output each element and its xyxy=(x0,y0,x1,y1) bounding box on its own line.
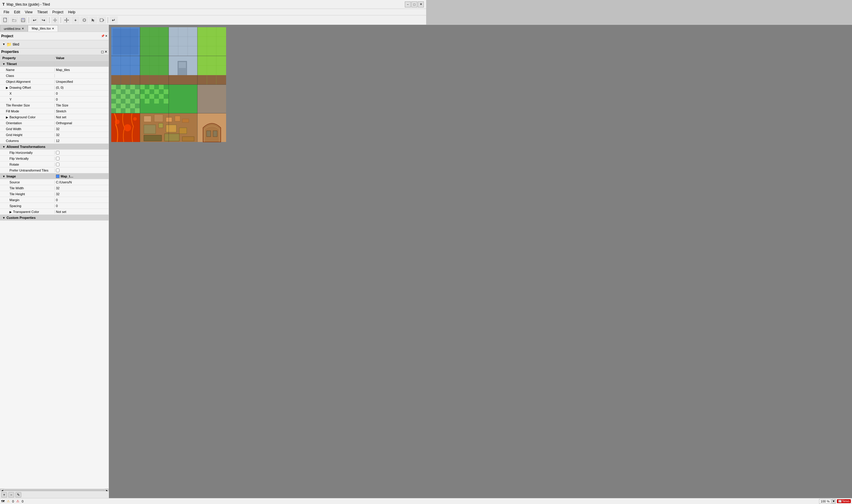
section-tileset[interactable]: ▼Tileset xyxy=(0,61,109,67)
tile-stone1[interactable] xyxy=(169,27,197,56)
tab-untitled[interactable]: untitled.tmx ✕ xyxy=(0,25,28,32)
image-arrow: ▼ xyxy=(2,175,5,178)
svg-rect-70 xyxy=(149,94,154,99)
prop-cols-key: Columns xyxy=(0,139,55,143)
folder-name[interactable]: tiled xyxy=(13,42,19,47)
world-button[interactable]: ↵ xyxy=(109,16,118,24)
svg-rect-38 xyxy=(179,62,186,68)
minimize-button[interactable]: − xyxy=(405,1,411,7)
prop-bg-key: ▶Background Color xyxy=(0,115,55,119)
menu-edit[interactable]: Edit xyxy=(12,10,22,15)
menu-project[interactable]: Project xyxy=(50,10,66,15)
rotate-checkbox[interactable] xyxy=(56,163,59,166)
tile-checker3[interactable] xyxy=(169,85,197,113)
toolbar: ↩ ↪ + ↵ xyxy=(0,15,426,25)
svg-rect-71 xyxy=(154,99,159,104)
new-button[interactable] xyxy=(1,16,10,24)
prop-margin-key: Margin xyxy=(0,198,55,202)
prop-spacing-val: 0 xyxy=(55,204,109,208)
tab-untitled-close[interactable]: ✕ xyxy=(22,27,24,30)
section-custom[interactable]: ▼Custom Properties xyxy=(0,215,109,221)
prop-transcolor-val: Not set xyxy=(55,210,109,214)
svg-rect-63 xyxy=(145,89,149,94)
maximize-button[interactable]: □ xyxy=(411,1,417,7)
prefu-checkbox[interactable] xyxy=(56,168,59,172)
prop-source-key: Source xyxy=(0,180,55,184)
open-button[interactable] xyxy=(10,16,18,24)
undo-button[interactable]: ↩ xyxy=(31,16,39,24)
svg-rect-51 xyxy=(116,99,121,104)
svg-rect-72 xyxy=(159,94,164,99)
svg-rect-60 xyxy=(130,104,135,108)
menu-view[interactable]: View xyxy=(22,10,35,15)
close-button[interactable]: ✕ xyxy=(418,1,424,7)
folder-row: ▼ 📁 tiled xyxy=(0,40,109,49)
prop-class-row: Class xyxy=(0,73,109,79)
svg-rect-86 xyxy=(144,135,162,141)
prop-fill-row: Fill Mode Stretch xyxy=(0,108,109,114)
svg-rect-57 xyxy=(116,108,121,113)
drawoff-arrow: ▶ xyxy=(6,86,8,89)
menu-file[interactable]: File xyxy=(1,10,12,15)
record-button[interactable] xyxy=(98,16,106,24)
title-bar: T Map_tiles.tsx (guide) - Tiled − □ ✕ xyxy=(0,0,426,9)
prop-flipv-val xyxy=(55,157,109,160)
tile-dirt[interactable] xyxy=(197,85,226,113)
save-button[interactable] xyxy=(19,16,27,24)
tile-grass1[interactable] xyxy=(140,27,169,56)
prop-orient-key: Orientation xyxy=(0,121,55,125)
tab-maptiles-close[interactable]: ✕ xyxy=(52,27,54,30)
prop-tw-key: Tile Width xyxy=(0,186,55,190)
prop-fliph-val xyxy=(55,151,109,155)
prop-orient-val: Orthogonal xyxy=(55,121,109,125)
header-value: Value xyxy=(55,56,109,60)
project-tree: Project 📌 ✕ xyxy=(0,32,109,40)
section-transforms[interactable]: ▼Allowed Transformations xyxy=(0,144,109,150)
folder-icon: 📁 xyxy=(6,42,12,47)
prop-gw-val: 32 xyxy=(55,127,109,131)
svg-rect-66 xyxy=(159,85,164,89)
svg-rect-82 xyxy=(144,125,156,134)
prop-transcolor-row: ▶Transparent Color Not set xyxy=(0,209,109,215)
menu-help[interactable]: Help xyxy=(66,10,78,15)
tile-grass2[interactable] xyxy=(197,27,226,56)
prop-spacing-key: Spacing xyxy=(0,204,55,208)
pan-button[interactable] xyxy=(63,16,71,24)
fliph-checkbox[interactable] xyxy=(56,151,59,155)
select-button[interactable] xyxy=(89,16,97,24)
props-close-icon[interactable]: ✕ xyxy=(105,50,107,54)
prop-gh-row: Grid Height 32 xyxy=(0,132,109,138)
prop-gw-row: Grid Width 32 xyxy=(0,126,109,132)
folder-expand-icon[interactable]: ▼ xyxy=(2,42,5,46)
props-collapse-icon[interactable]: ◻ xyxy=(101,50,104,54)
svg-rect-29 xyxy=(111,75,140,85)
header-property: Property xyxy=(0,56,55,60)
svg-rect-55 xyxy=(135,99,140,104)
tab-maptiles[interactable]: Map_tiles.tsx ✕ xyxy=(28,25,58,32)
window-controls: − □ ✕ xyxy=(405,1,424,7)
flipv-checkbox[interactable] xyxy=(56,157,59,160)
prop-tw-row: Tile Width 32 xyxy=(0,185,109,191)
zoom-in-button[interactable]: + xyxy=(71,16,79,24)
window-title: Map_tiles.tsx (guide) - Tiled xyxy=(6,2,50,6)
project-close-icon[interactable]: ✕ xyxy=(105,34,107,38)
section-transforms-key: ▼Allowed Transformations xyxy=(0,145,55,148)
prop-bg-val: Not set xyxy=(55,115,109,119)
move-button[interactable] xyxy=(80,16,88,24)
image-color-box xyxy=(56,175,59,178)
properties-table: ▼Tileset Name Map_tiles Class Object Ali… xyxy=(0,61,109,252)
svg-rect-85 xyxy=(179,128,187,134)
settings-button[interactable] xyxy=(51,16,59,24)
section-custom-key: ▼Custom Properties xyxy=(0,216,55,219)
prop-orient-row: Orientation Orthogonal xyxy=(0,120,109,126)
prop-source-row: Source C:/Users/N xyxy=(0,179,109,185)
custom-arrow: ▼ xyxy=(2,216,5,219)
redo-button[interactable]: ↪ xyxy=(39,16,48,24)
prop-y-key: Y xyxy=(0,97,55,101)
prop-name-key: Name xyxy=(0,68,55,72)
menu-tileset[interactable]: Tileset xyxy=(35,10,50,15)
bg-arrow: ▶ xyxy=(6,116,8,119)
svg-point-75 xyxy=(124,124,131,131)
section-image[interactable]: ▼Image Map_t… xyxy=(0,173,109,179)
left-panel: untitled.tmx ✕ Map_tiles.tsx ✕ Project 📌… xyxy=(0,25,109,252)
